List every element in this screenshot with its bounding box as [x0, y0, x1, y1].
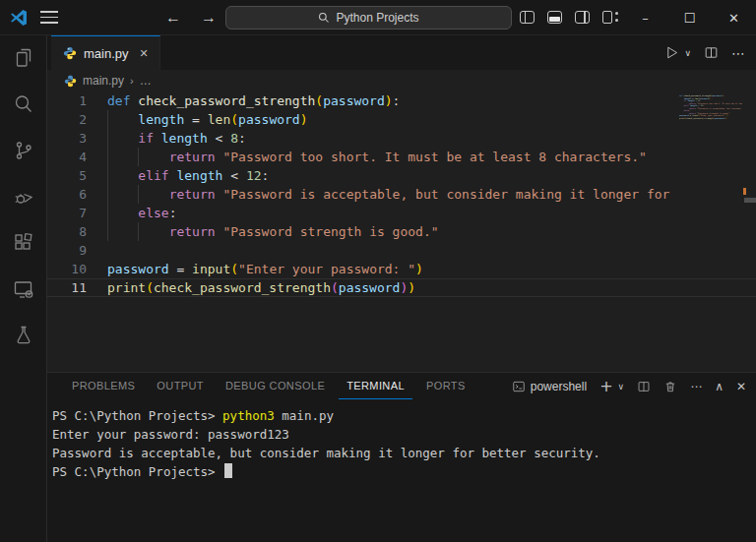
python-icon — [63, 46, 77, 60]
run-and-debug-icon[interactable] — [11, 184, 36, 210]
code-line-3[interactable]: 3 if length < 8: — [47, 129, 756, 148]
extensions-icon[interactable] — [11, 230, 36, 256]
code-lines: 1def check_password_strength(password):2… — [47, 91, 756, 297]
tab-label: main.py — [84, 46, 129, 61]
code-line-10[interactable]: 10password = input("Enter your password:… — [47, 260, 756, 278]
terminal-line: Password is acceptable, but consider mak… — [52, 444, 756, 462]
line-number: 6 — [47, 185, 87, 204]
search-icon — [318, 12, 330, 24]
run-button-icon[interactable] — [664, 45, 679, 60]
remote-explorer-icon[interactable] — [11, 276, 36, 302]
minimap[interactable]: def check_password_strength(password): l… — [679, 94, 742, 242]
overview-ruler — [743, 91, 756, 372]
line-number: 10 — [47, 260, 87, 278]
minimize-button[interactable]: – — [623, 0, 667, 35]
breadcrumb-separator: › — [130, 75, 134, 87]
panel-tab-ports[interactable]: PORTS — [418, 373, 473, 399]
terminal-dropdown-icon[interactable]: ∨ — [618, 382, 625, 391]
editor-area: main.py ✕ ∨ ⋯ main.py › … — [47, 35, 756, 372]
tab-main-py[interactable]: main.py ✕ — [51, 35, 160, 70]
code-line-7[interactable]: 7 else: — [47, 204, 756, 222]
panel-more-actions-icon[interactable]: ⋯ — [690, 380, 702, 393]
panel-tab-terminal[interactable]: TERMINAL — [339, 373, 412, 399]
code-line-5[interactable]: 5 elif length < 12: — [47, 166, 756, 185]
terminal-cursor — [224, 463, 232, 478]
tab-close-icon[interactable]: ✕ — [140, 47, 149, 60]
code-line-2[interactable]: 2 length = len(password) — [47, 110, 756, 129]
python-icon — [64, 75, 77, 88]
nav-forward-button[interactable]: → — [201, 9, 217, 27]
powershell-terminal-icon — [512, 380, 526, 393]
terminal-line: PS C:\Python Projects> — [52, 462, 756, 481]
line-number: 3 — [47, 129, 87, 148]
menu-icon[interactable] — [38, 7, 60, 29]
toggle-panel-icon[interactable] — [547, 11, 562, 24]
editor-more-actions-icon[interactable]: ⋯ — [731, 45, 746, 61]
terminal-line: PS C:\Python Projects> python3 main.py — [52, 406, 756, 425]
panel-header: PROBLEMSOUTPUTDEBUG CONSOLETERMINALPORTS… — [47, 373, 756, 399]
split-editor-icon[interactable] — [704, 45, 719, 60]
code-line-8[interactable]: 8 return "Password strength is good." — [47, 222, 756, 241]
run-chevron-icon[interactable]: ∨ — [684, 48, 691, 58]
panel-tab-output[interactable]: OUTPUT — [149, 373, 212, 399]
panel-tabs: PROBLEMSOUTPUTDEBUG CONSOLETERMINALPORTS — [64, 373, 473, 399]
breadcrumb-more[interactable]: … — [140, 74, 152, 88]
close-button[interactable]: ✕ — [712, 0, 756, 35]
explorer-icon[interactable] — [11, 45, 36, 71]
shell-label: powershell — [531, 380, 587, 393]
kill-terminal-trash-icon[interactable] — [663, 380, 677, 393]
line-number: 8 — [47, 222, 87, 241]
breadcrumb-file[interactable]: main.py — [83, 74, 124, 88]
toggle-secondary-sidebar-icon[interactable] — [575, 11, 590, 24]
panel-tab-debug-console[interactable]: DEBUG CONSOLE — [218, 373, 333, 399]
bottom-panel: PROBLEMSOUTPUTDEBUG CONSOLETERMINALPORTS… — [47, 372, 756, 542]
toggle-primary-sidebar-icon[interactable] — [520, 11, 535, 24]
line-number: 2 — [47, 110, 87, 129]
scrollbar-thumb[interactable] — [744, 198, 756, 203]
line-number: 4 — [47, 148, 87, 166]
line-number: 5 — [47, 166, 87, 185]
vscode-window: ← → Python Projects – ☐ ✕ — [0, 0, 756, 542]
code-line-1[interactable]: 1def check_password_strength(password): — [47, 91, 756, 110]
line-number: 9 — [47, 241, 87, 260]
new-terminal-icon[interactable]: + — [599, 377, 612, 395]
code-line-6[interactable]: 6 return "Password is acceptable, but co… — [47, 185, 756, 204]
source-control-icon[interactable] — [11, 138, 36, 163]
breadcrumb[interactable]: main.py › … — [47, 70, 756, 91]
maximize-panel-icon[interactable]: ∧ — [715, 380, 724, 393]
panel-tab-problems[interactable]: PROBLEMS — [64, 373, 143, 399]
line-number: 1 — [47, 91, 87, 110]
maximize-button[interactable]: ☐ — [667, 0, 712, 35]
close-panel-icon[interactable]: ✕ — [736, 380, 746, 393]
vscode-logo-icon — [9, 8, 29, 28]
split-terminal-icon[interactable] — [637, 380, 651, 393]
code-line-9[interactable]: 9 — [47, 241, 756, 260]
customize-layout-icon[interactable] — [602, 11, 618, 24]
line-number: 7 — [47, 204, 87, 222]
command-center-search[interactable]: Python Projects — [225, 6, 512, 30]
terminal-line: Enter your password: password123 — [52, 425, 756, 444]
testing-icon[interactable] — [11, 323, 36, 348]
search-icon[interactable] — [11, 91, 36, 117]
code-line-11[interactable]: 11print(check_password_strength(password… — [47, 278, 756, 297]
terminal-output[interactable]: PS C:\Python Projects> python3 main.pyEn… — [47, 399, 756, 481]
tab-bar: main.py ✕ ∨ ⋯ — [47, 35, 756, 70]
code-line-4[interactable]: 4 return "Password too short. It must be… — [47, 148, 756, 166]
code-editor[interactable]: 1def check_password_strength(password):2… — [47, 91, 756, 372]
search-text: Python Projects — [336, 11, 418, 25]
title-bar: ← → Python Projects – ☐ ✕ — [0, 0, 756, 35]
line-number: 11 — [47, 278, 87, 297]
activity-bar — [0, 35, 47, 542]
overview-warning-marker — [743, 188, 746, 195]
nav-back-button[interactable]: ← — [165, 9, 181, 27]
terminal-instance[interactable]: powershell — [512, 380, 587, 393]
